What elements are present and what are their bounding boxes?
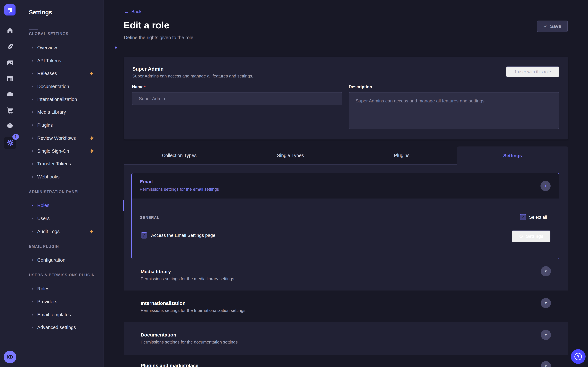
sidebar-item-providers[interactable]: Providers [29,298,101,305]
sidebar-item-documentation[interactable]: Documentation [29,83,101,90]
name-input[interactable]: Super Admin [132,92,342,105]
tab-plugins[interactable]: Plugins [346,146,457,165]
bullet-icon [32,150,33,152]
sidebar-item-advanced-settings[interactable]: Advanced settings [29,324,101,331]
sidebar-item-users[interactable]: Users [29,215,101,222]
back-link[interactable]: ← Back [124,9,141,14]
rail-divider-bottom [0,347,20,347]
permission-row-access-email-settings: ✓ Access the Email Settings page [141,232,216,238]
sidebar-item-media-library[interactable]: Media Library [29,108,101,116]
strapi-logo-icon [7,7,13,13]
bullet-icon [32,314,33,316]
name-field-label: Name* [132,84,146,89]
sidebar-item-transfer-tokens[interactable]: Transfer Tokens [29,160,101,167]
sidebar-item-overview[interactable]: Overview [29,44,101,51]
rail-divider [0,19,20,19]
accordion-row-plugins-marketplace[interactable]: Plugins and marketplace ▼ [124,355,568,367]
bullet-icon [32,259,33,261]
accordion-row-media-library[interactable]: Media library Permissions settings for t… [124,259,568,291]
permissions-tabbar: Collection Types Single Types Plugins Se… [124,146,568,165]
chevron-down-icon: ▼ [544,301,547,305]
app-window: 1 KD Settings GLOBAL SETTINGS Overview A… [0,0,588,367]
sidebar-item-api-tokens[interactable]: API Tokens [29,57,101,64]
check-icon: ✓ [544,24,547,29]
accordion-title: Email [140,179,153,184]
tab-single-types[interactable]: Single Types [235,146,346,165]
home-icon[interactable] [0,25,20,35]
bullet-icon [32,111,33,113]
sidebar-item-releases[interactable]: Releases [29,70,101,77]
section-heading-global-settings: GLOBAL SETTINGS [29,31,69,37]
back-arrow-icon: ← [124,9,129,14]
sidebar-item-plugins[interactable]: Plugins [29,122,101,129]
section-heading-email-plugin: EMAIL PLUGIN [29,243,59,250]
role-info-card: Super Admin Super Admins can access and … [124,57,568,140]
save-button[interactable]: ✓ Save [537,21,568,32]
sidebar-item-configuration[interactable]: Configuration [29,256,101,264]
email-accordion-header[interactable]: Email Permissions settings for the email… [132,173,559,199]
gear-icon [7,139,14,146]
accordion-row-documentation[interactable]: Documentation Permissions settings for t… [124,322,568,355]
role-name-heading: Super Admin [132,66,164,72]
bullet-icon [32,205,33,206]
bullet-icon [32,73,33,74]
expand-button[interactable]: ▼ [541,298,551,308]
notification-badge: 1 [12,134,19,140]
marketplace-icon[interactable] [0,105,20,115]
bullet-icon [32,86,33,87]
description-field-label: Description [349,84,372,89]
expand-button[interactable]: ▼ [541,330,551,340]
section-heading-administration-panel: ADMINISTRATION PANEL [29,189,80,195]
users-with-role-button[interactable]: 1 user with this role [506,67,559,77]
expand-button[interactable]: ▼ [541,266,551,276]
general-section-label: GENERAL [140,216,159,220]
checkmark-icon: ✓ [521,215,525,220]
expand-button[interactable]: ▼ [541,361,551,367]
cloud-icon[interactable] [0,89,20,99]
content-manager-icon[interactable] [0,74,20,84]
collapse-button[interactable]: ▲ [540,181,551,191]
overview-notification-dot-icon [115,47,117,49]
required-asterisk: * [144,84,146,89]
help-button[interactable]: ? [571,349,586,364]
lightning-icon [89,148,94,154]
sidebar-item-audit-logs[interactable]: Audit Logs [29,228,101,235]
bullet-icon [32,125,33,126]
settings-permissions-panel: Email Permissions settings for the email… [124,165,568,367]
bullet-icon [32,176,33,178]
email-accordion: Email Permissions settings for the email… [131,173,559,259]
settings-sidebar: Settings GLOBAL SETTINGS Overview API To… [20,0,104,367]
sidebar-item-webhooks[interactable]: Webhooks [29,173,101,180]
question-mark-icon: ? [574,353,582,360]
description-textarea[interactable]: Super Admins can access and manage all f… [349,92,559,129]
select-all-checkbox[interactable]: ✓ [520,214,526,220]
gear-icon: ⚙ [519,234,523,239]
content-type-builder-icon[interactable] [0,42,20,51]
bullet-icon [32,163,33,165]
sidebar-item-single-sign-on[interactable]: Single Sign-On [29,147,101,155]
main-nav-rail: 1 KD [0,0,20,367]
media-library-icon[interactable] [0,58,20,68]
sidebar-item-internationalization[interactable]: Internationalization [29,96,101,103]
sidebar-title-divider [29,29,38,30]
bullet-icon [32,60,33,61]
sidebar-item-roles-admin[interactable]: Roles [29,202,101,209]
accordion-row-internationalization[interactable]: Internationalization Permissions setting… [124,291,568,322]
email-settings-button[interactable]: ⚙ Settings [512,230,550,242]
page-title: Edit a role [123,20,169,31]
access-email-settings-checkbox[interactable]: ✓ [141,232,147,238]
tab-collection-types[interactable]: Collection Types [124,146,235,165]
chevron-down-icon: ▼ [544,333,547,337]
sidebar-item-email-templates[interactable]: Email templates [29,311,101,318]
sidebar-item-review-workflows[interactable]: Review Workflows [29,134,101,142]
strapi-logo[interactable] [4,4,16,16]
sidebar-item-roles-up[interactable]: Roles [29,285,101,292]
bullet-icon [32,99,33,100]
bullet-icon [32,231,33,232]
info-icon[interactable] [0,121,20,131]
tab-settings[interactable]: Settings [457,146,568,165]
checkmark-icon: ✓ [142,233,146,238]
user-avatar[interactable]: KD [4,351,16,363]
bullet-icon [32,327,33,328]
bullet-icon [32,301,33,302]
